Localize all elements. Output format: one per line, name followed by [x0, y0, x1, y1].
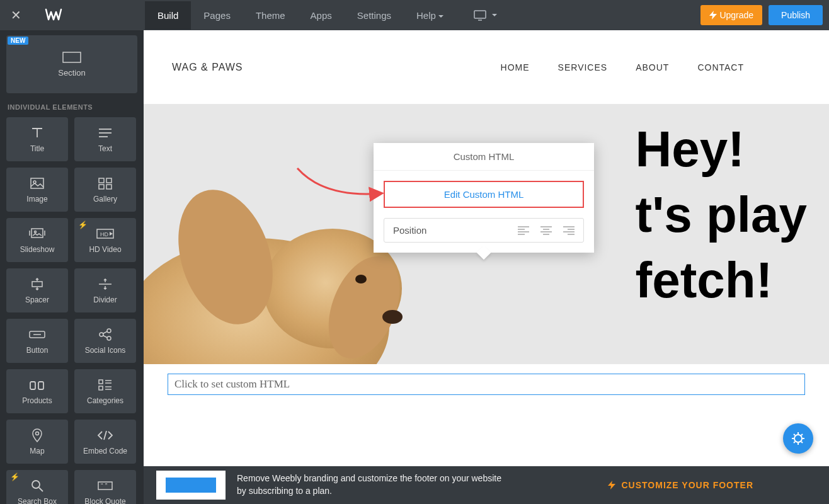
nav-contact[interactable]: CONTACT: [697, 62, 744, 72]
gallery-icon: [98, 176, 113, 191]
position-label: Position: [393, 225, 426, 236]
device-preview-button[interactable]: [466, 1, 505, 30]
svg-point-34: [32, 481, 40, 488]
element-categories[interactable]: Categories: [74, 369, 136, 413]
embed-icon: [97, 428, 113, 443]
element-text[interactable]: Text: [74, 117, 136, 161]
slideshow-icon: [28, 226, 47, 241]
elements-sidebar: NEW Section INDIVIDUAL ELEMENTS TitleTex…: [0, 30, 144, 504]
publish-button[interactable]: Publish: [769, 5, 823, 25]
menu-build[interactable]: Build: [145, 1, 191, 30]
element-embed-code[interactable]: Embed Code: [74, 420, 136, 464]
svg-point-33: [36, 432, 39, 435]
categories-icon: [98, 377, 113, 392]
svg-line-24: [103, 336, 108, 338]
align-center-icon[interactable]: [540, 226, 552, 235]
element-divider[interactable]: Divider: [74, 268, 136, 312]
popup-title: Custom HTML: [374, 143, 594, 171]
element-map[interactable]: Map: [6, 420, 68, 464]
element-label: Gallery: [93, 195, 117, 203]
svg-point-43: [382, 310, 403, 324]
element-hd-video[interactable]: ⚡HDHD Video: [74, 218, 136, 262]
footer-banner: Remove Weebly branding and customize the…: [144, 466, 829, 504]
site-title[interactable]: WAG & PAWS: [172, 62, 243, 73]
element-label: Block Quote: [84, 497, 125, 504]
title-icon: [30, 125, 45, 140]
search-icon: [30, 478, 44, 493]
footer-text: Remove Weebly branding and customize the…: [237, 472, 501, 497]
element-label: Social Icons: [85, 346, 126, 355]
svg-rect-27: [99, 380, 103, 384]
svg-rect-0: [474, 11, 486, 18]
customize-footer-button[interactable]: CUSTOMIZE YOUR FOOTER: [608, 480, 754, 490]
edit-custom-html-button[interactable]: Edit Custom HTML: [384, 181, 584, 208]
element-label: Embed Code: [83, 447, 127, 455]
menu-theme[interactable]: Theme: [243, 1, 298, 30]
menu-help[interactable]: Help: [404, 1, 456, 30]
svg-rect-11: [106, 185, 111, 189]
premium-bolt-icon: ⚡: [78, 220, 88, 229]
element-search-box[interactable]: ⚡Search Box: [6, 470, 68, 504]
element-products[interactable]: Products: [6, 369, 68, 413]
element-gallery[interactable]: Gallery: [74, 168, 136, 212]
svg-point-44: [794, 435, 802, 442]
nav-about[interactable]: ABOUT: [636, 62, 669, 72]
svg-rect-12: [31, 229, 43, 238]
element-label: Spacer: [25, 295, 49, 304]
new-badge: NEW: [8, 37, 28, 45]
svg-rect-26: [38, 382, 43, 389]
help-fab-button[interactable]: [783, 423, 813, 454]
svg-text:“ ”: “ ”: [101, 482, 108, 490]
map-icon: [31, 428, 43, 443]
svg-point-22: [107, 336, 111, 340]
element-label: Categories: [87, 396, 123, 405]
divider-icon: [98, 277, 113, 292]
element-label: HD Video: [89, 245, 121, 254]
element-label: Slideshow: [20, 245, 55, 254]
quote-icon: “ ”: [97, 478, 113, 493]
svg-text:HD: HD: [100, 231, 108, 238]
site-header: WAG & PAWS HOME SERVICES ABOUT CONTACT: [144, 30, 829, 104]
hdvideo-icon: HD: [96, 226, 115, 241]
element-label: Divider: [93, 295, 117, 304]
nav-services[interactable]: SERVICES: [558, 62, 608, 72]
align-left-icon[interactable]: [518, 226, 529, 235]
nav-home[interactable]: HOME: [501, 62, 530, 72]
position-row: Position: [384, 218, 584, 243]
element-label: Image: [26, 195, 47, 203]
close-button[interactable]: ✕: [0, 8, 31, 23]
svg-rect-6: [31, 178, 43, 188]
element-block-quote[interactable]: “ ”Block Quote: [74, 470, 136, 504]
text-icon: [98, 125, 113, 140]
custom-html-placeholder[interactable]: Click to set custom HTML: [168, 374, 805, 395]
upgrade-button[interactable]: Upgrade: [700, 5, 762, 25]
sidebar-heading: INDIVIDUAL ELEMENTS: [8, 103, 137, 111]
element-button[interactable]: Button: [6, 319, 68, 363]
svg-rect-9: [106, 178, 111, 183]
element-label: Search Box: [18, 497, 57, 504]
element-social-icons[interactable]: Social Icons: [74, 319, 136, 363]
social-icon: [98, 327, 113, 342]
hero-text[interactable]: Hey! t's play fetch!: [636, 117, 807, 313]
svg-line-35: [39, 488, 43, 491]
align-right-icon[interactable]: [563, 226, 575, 235]
custom-html-popup: Custom HTML Edit Custom HTML Position: [374, 143, 594, 253]
element-section[interactable]: NEW Section: [6, 35, 137, 93]
menu-apps[interactable]: Apps: [298, 1, 345, 30]
element-label: Map: [30, 447, 44, 455]
menu-pages[interactable]: Pages: [191, 1, 243, 30]
svg-rect-2: [63, 52, 81, 62]
svg-rect-16: [32, 282, 42, 287]
element-title[interactable]: Title: [6, 117, 68, 161]
element-spacer[interactable]: Spacer: [6, 268, 68, 312]
footer-thumbnail: [156, 471, 226, 500]
svg-rect-30: [99, 386, 103, 390]
element-image[interactable]: Image: [6, 168, 68, 212]
element-slideshow[interactable]: Slideshow: [6, 218, 68, 262]
svg-rect-8: [99, 178, 104, 183]
svg-line-23: [103, 331, 108, 334]
svg-point-42: [355, 275, 367, 284]
element-label: Button: [26, 346, 49, 355]
element-label: Text: [98, 144, 112, 153]
menu-settings[interactable]: Settings: [345, 1, 404, 30]
